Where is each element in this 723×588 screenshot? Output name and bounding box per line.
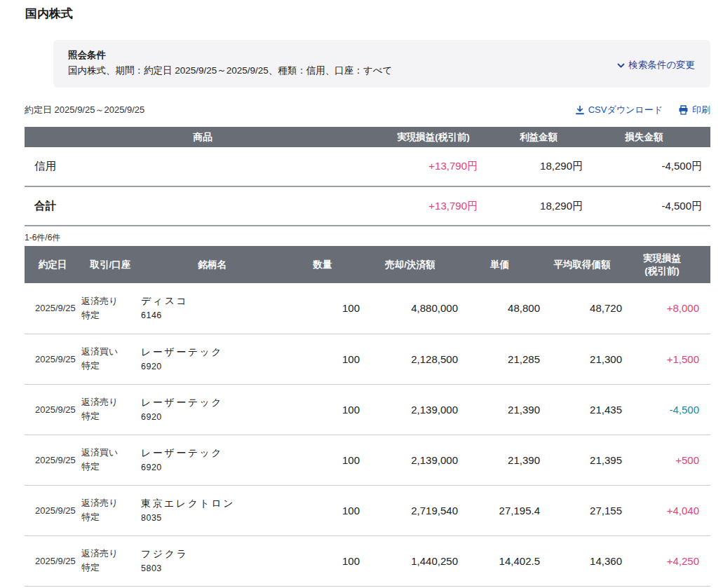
stock-cell: レーザーテック 6920 — [140, 435, 284, 485]
detail-header-date: 約定日 — [25, 246, 81, 283]
detail-header-quantity: 数量 — [284, 246, 361, 283]
summary-product-cell: 信用 — [25, 147, 381, 186]
stock-name: 東京エレクトロン — [141, 497, 283, 510]
toolbar: 約定日 2025/9/25～2025/9/25 CSVダウンロード 印刷 — [25, 104, 710, 116]
trade-type: 返済売り — [81, 395, 140, 409]
account-type: 特定 — [81, 359, 140, 373]
stock-cell: レーザーテック 6920 — [140, 384, 284, 435]
print-label: 印刷 — [692, 104, 710, 116]
account-type: 特定 — [81, 308, 140, 322]
summary-header-realized-pl: 実現損益(税引前) — [381, 127, 486, 147]
quantity-cell: 100 — [284, 384, 361, 435]
summary-profit-cell: 18,290円 — [486, 147, 591, 186]
realized-pl-cell: +4,040 — [624, 485, 710, 535]
detail-header-avg-price: 平均取得価額 — [540, 246, 624, 283]
unit-price-cell: 21,390 — [459, 384, 540, 435]
summary-product-cell: 合計 — [25, 186, 381, 226]
summary-header-product: 商品 — [25, 127, 381, 147]
stock-name: フジクラ — [141, 547, 283, 561]
trade-date-cell: 2025/9/25 — [25, 283, 81, 334]
trade-type-account-cell: 返済売り 特定 — [81, 384, 140, 435]
avg-price-cell: 21,395 — [540, 435, 624, 485]
detail-header-stock-name: 銘柄名 — [140, 246, 284, 283]
avg-price-cell: 21,435 — [540, 384, 624, 435]
stock-name: レーザーテック — [141, 396, 283, 409]
trade-type: 返済売り — [81, 547, 140, 561]
realized-pl-cell: +8,000 — [624, 283, 710, 334]
stock-cell: フジクラ 5803 — [140, 535, 284, 586]
domestic-stocks-page: 国内株式 照会条件 国内株式、期間：約定日 2025/9/25～2025/9/2… — [0, 6, 723, 588]
sell-amount-cell: 2,139,000 — [361, 435, 459, 485]
unit-price-cell: 14,402.5 — [459, 535, 540, 586]
sell-amount-cell: 2,719,540 — [361, 485, 459, 535]
download-icon — [575, 105, 585, 115]
summary-table-header-row: 商品 実現損益(税引前) 利益金額 損失金額 — [25, 127, 710, 147]
stock-code: 5803 — [141, 562, 283, 575]
summary-header-profit: 利益金額 — [486, 127, 591, 147]
quantity-cell: 100 — [284, 535, 361, 586]
trade-type: 返済売り — [81, 496, 140, 510]
summary-profit-cell: 18,290円 — [486, 186, 591, 226]
sell-amount-cell: 2,139,000 — [361, 384, 459, 435]
trade-date-cell: 2025/9/25 — [25, 485, 81, 535]
summary-table: 商品 実現損益(税引前) 利益金額 損失金額 信用 +13,790円 18,29… — [25, 127, 710, 226]
stock-name: レーザーテック — [141, 346, 283, 359]
quantity-cell: 100 — [284, 485, 361, 535]
print-link[interactable]: 印刷 — [678, 104, 710, 116]
unit-price-cell: 21,285 — [459, 334, 540, 384]
stock-name: レーザーテック — [141, 446, 283, 460]
csv-download-link[interactable]: CSVダウンロード — [575, 104, 663, 116]
chevron-down-icon — [616, 61, 626, 70]
account-type: 特定 — [81, 460, 140, 474]
trade-row: 2025/9/25 返済買い 特定 レーザーテック 6920 100 2,139… — [25, 435, 710, 485]
quantity-cell: 100 — [284, 334, 361, 384]
change-search-conditions-label: 検索条件の変更 — [628, 59, 695, 71]
query-conditions-text: 国内株式、期間：約定日 2025/9/25～2025/9/25、種類：信用、口座… — [68, 62, 696, 78]
realized-pl-cell: +500 — [624, 435, 710, 485]
toolbar-links: CSVダウンロード 印刷 — [575, 104, 710, 116]
trade-detail-table: 約定日 取引/口座 銘柄名 数量 売却/決済額 単価 平均取得価額 実現損益 (… — [25, 246, 710, 587]
trade-type-account-cell: 返済買い 特定 — [81, 435, 140, 485]
stock-cell: レーザーテック 6920 — [140, 334, 284, 384]
quantity-cell: 100 — [284, 435, 361, 485]
avg-price-cell: 27,155 — [540, 485, 624, 535]
query-conditions-heading: 照会条件 — [68, 48, 696, 62]
query-conditions-panel: 照会条件 国内株式、期間：約定日 2025/9/25～2025/9/25、種類：… — [53, 40, 710, 88]
trade-type: 返済買い — [81, 345, 140, 359]
unit-price-cell: 27,195.4 — [459, 485, 540, 535]
summary-table-row: 信用 +13,790円 18,290円 -4,500円 — [25, 147, 710, 186]
summary-header-loss: 損失金額 — [591, 127, 710, 147]
sell-amount-cell: 2,128,500 — [361, 334, 459, 384]
detail-table-header-row: 約定日 取引/口座 銘柄名 数量 売却/決済額 単価 平均取得価額 実現損益 (… — [25, 246, 710, 283]
sell-amount-cell: 4,880,000 — [361, 283, 459, 334]
summary-table-row: 合計 +13,790円 18,290円 -4,500円 — [25, 186, 710, 226]
account-type: 特定 — [81, 510, 140, 524]
trade-row: 2025/9/25 返済売り 特定 フジクラ 5803 100 1,440,25… — [25, 535, 710, 586]
trade-type-account-cell: 返済買い 特定 — [81, 334, 140, 384]
detail-header-unit-price: 単価 — [459, 246, 540, 283]
sell-amount-cell: 1,440,250 — [361, 535, 459, 586]
stock-name: ディスコ — [141, 294, 283, 308]
detail-header-trade-account: 取引/口座 — [81, 246, 140, 283]
detail-header-realized-pl: 実現損益 (税引前) — [624, 246, 710, 283]
trade-row: 2025/9/25 返済売り 特定 ディスコ 6146 100 4,880,00… — [25, 283, 710, 334]
trade-row: 2025/9/25 返済買い 特定 レーザーテック 6920 100 2,128… — [25, 334, 710, 384]
trade-row: 2025/9/25 返済売り 特定 レーザーテック 6920 100 2,139… — [25, 384, 710, 435]
change-search-conditions-link[interactable]: 検索条件の変更 — [616, 59, 695, 71]
trade-type-account-cell: 返済売り 特定 — [81, 485, 140, 535]
printer-icon — [678, 105, 689, 115]
detail-header-sell-amount: 売却/決済額 — [361, 246, 459, 283]
trade-date-cell: 2025/9/25 — [25, 435, 81, 485]
stock-code: 6146 — [141, 309, 283, 322]
realized-pl-cell: +4,250 — [624, 535, 710, 586]
unit-price-cell: 48,800 — [459, 283, 540, 334]
stock-code: 6920 — [141, 461, 283, 474]
stock-code: 8035 — [141, 512, 283, 524]
trade-type-account-cell: 返済売り 特定 — [81, 283, 140, 334]
trade-date-cell: 2025/9/25 — [25, 334, 81, 384]
summary-realized-pl-cell: +13,790円 — [381, 147, 486, 186]
summary-loss-cell: -4,500円 — [591, 147, 710, 186]
realized-pl-cell: +1,500 — [624, 334, 710, 384]
account-type: 特定 — [81, 561, 140, 575]
stock-code: 6920 — [141, 411, 283, 423]
